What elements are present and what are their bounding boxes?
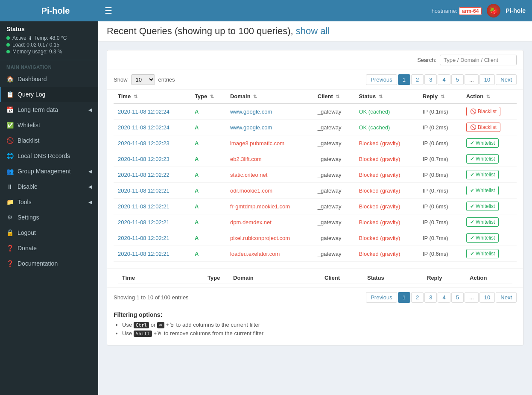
whitelist-btn-8[interactable]: ✔ Whitelist <box>466 233 499 243</box>
cell-reply-2: IP (0.6ms) <box>418 135 462 151</box>
page-10-btn-bottom[interactable]: 10 <box>479 292 495 303</box>
cell-domain-2[interactable]: image8.pubmatic.com <box>226 135 313 151</box>
bottom-headers-table: Time Type Domain Client Status Reply Act… <box>118 272 512 284</box>
whitelist-btn-9[interactable]: ✔ Whitelist <box>466 249 499 258</box>
action-sort-icon: ⇅ <box>486 94 490 99</box>
whitelist-btn-7[interactable]: ✔ Whitelist <box>466 217 499 227</box>
whitelist-btn-4[interactable]: ✔ Whitelist <box>466 170 499 179</box>
cell-action-0[interactable]: 🚫 Blacklist <box>462 103 517 120</box>
blacklist-btn-1[interactable]: 🚫 Blacklist <box>466 123 500 132</box>
cell-status-3: Blocked (gravity) <box>354 151 418 167</box>
cell-action-8[interactable]: ✔ Whitelist <box>462 230 517 246</box>
col-time[interactable]: Time ⇅ <box>114 90 190 103</box>
bottom-col-status: Status <box>363 272 423 284</box>
page-10-btn-top[interactable]: 10 <box>479 74 495 85</box>
page-3-btn-top[interactable]: 3 <box>424 74 437 85</box>
cell-action-6[interactable]: ✔ Whitelist <box>462 199 517 214</box>
table-head: Time ⇅ Type ⇅ Domain ⇅ Client ⇅ Status ⇅… <box>114 90 517 103</box>
whitelist-btn-2[interactable]: ✔ Whitelist <box>466 138 499 148</box>
cell-action-4[interactable]: ✔ Whitelist <box>462 167 517 183</box>
next-btn-top[interactable]: Next <box>496 74 517 85</box>
col-domain[interactable]: Domain ⇅ <box>226 90 313 103</box>
entries-label: entries <box>158 76 175 83</box>
search-input[interactable] <box>440 55 517 65</box>
col-reply[interactable]: Reply ⇅ <box>418 90 462 103</box>
cell-domain-9[interactable]: loadeu.exelator.com <box>226 246 313 262</box>
cell-time-8: 2020-11-08 12:02:21 <box>114 230 190 246</box>
col-status[interactable]: Status ⇅ <box>354 90 418 103</box>
bottom-col-action: Action <box>465 272 512 284</box>
cell-domain-1[interactable]: www.google.com <box>226 120 313 135</box>
showing-text: Showing 1 to 10 of 100 entries <box>114 294 189 301</box>
next-btn-bottom[interactable]: Next <box>496 292 517 303</box>
blacklist-btn-0[interactable]: 🚫 Blacklist <box>466 107 500 116</box>
col-client[interactable]: Client ⇅ <box>313 90 355 103</box>
sidebar-item-localdns[interactable]: 🌐 Local DNS Records <box>0 148 98 164</box>
status-load-line: Load: 0.02 0.17 0.15 <box>6 42 92 48</box>
cell-domain-7[interactable]: dpm.demdex.net <box>226 214 313 230</box>
table-container: Time ⇅ Type ⇅ Domain ⇅ Client ⇅ Status ⇅… <box>107 90 523 268</box>
sidebar-item-documentation[interactable]: ❓ Documentation <box>0 256 98 271</box>
cell-action-2[interactable]: ✔ Whitelist <box>462 135 517 151</box>
sidebar-item-querylog[interactable]: 📋 Query Log <box>0 87 98 102</box>
sidebar-item-whitelist-label: Whitelist <box>18 122 40 129</box>
cell-action-7[interactable]: ✔ Whitelist <box>462 214 517 230</box>
sidebar-item-blacklist[interactable]: 🚫 Blacklist <box>0 133 98 148</box>
whitelist-btn-3[interactable]: ✔ Whitelist <box>466 154 499 164</box>
status-active-line: Active 🌡 Temp: 48.0 °C <box>6 35 92 41</box>
click-icon-2: 🖱 <box>157 330 162 336</box>
whitelist-btn-5[interactable]: ✔ Whitelist <box>466 186 499 195</box>
sidebar-item-logout[interactable]: 🔓 Logout <box>0 225 98 240</box>
sidebar-item-disable[interactable]: ⏸ Disable ◀ <box>0 179 98 194</box>
bottom-col-domain: Domain <box>229 272 320 284</box>
sidebar-item-donate-label: Donate <box>18 245 37 252</box>
page-4-btn-top[interactable]: 4 <box>438 74 450 85</box>
prev-btn-bottom[interactable]: Previous <box>366 292 397 303</box>
cell-domain-8[interactable]: pixel.rubiconproject.com <box>226 230 313 246</box>
col-type[interactable]: Type ⇅ <box>190 90 226 103</box>
cell-domain-6[interactable]: fr-gmtdmp.mookie1.com <box>226 199 313 214</box>
sidebar-item-tools[interactable]: 📁 Tools ◀ <box>0 194 98 210</box>
sidebar-item-longterm[interactable]: 📅 Long-term data ◀ <box>0 102 98 117</box>
cell-client-8: _gateway <box>313 230 355 246</box>
cell-status-5: Blocked (gravity) <box>354 183 418 199</box>
cell-domain-5[interactable]: odr.mookie1.com <box>226 183 313 199</box>
cell-action-5[interactable]: ✔ Whitelist <box>462 183 517 199</box>
cell-action-1[interactable]: 🚫 Blacklist <box>462 120 517 135</box>
col-action[interactable]: Action ⇅ <box>462 90 517 103</box>
brand-label: Pi-hole <box>6 6 105 16</box>
sidebar-item-groupmgmt[interactable]: 👥 Group Management ◀ <box>0 164 98 179</box>
sidebar-item-settings[interactable]: ⚙ Settings <box>0 210 98 225</box>
page-4-btn-bottom[interactable]: 4 <box>438 292 450 303</box>
cell-domain-0[interactable]: www.google.com <box>226 103 313 120</box>
page-2-btn-bottom[interactable]: 2 <box>411 292 424 303</box>
type-sort-icon: ⇅ <box>210 94 214 99</box>
whitelist-btn-6[interactable]: ✔ Whitelist <box>466 202 499 211</box>
cell-action-9[interactable]: ✔ Whitelist <box>462 246 517 262</box>
cell-client-3: _gateway <box>313 151 355 167</box>
page-5-btn-top[interactable]: 5 <box>451 74 464 85</box>
sidebar: Status Active 🌡 Temp: 48.0 °C Load: 0.02… <box>0 21 98 395</box>
sidebar-item-donate[interactable]: ❓ Donate <box>0 240 98 256</box>
cell-domain-4[interactable]: static.criteo.net <box>226 167 313 183</box>
groupmgmt-arrow: ◀ <box>88 169 92 174</box>
prev-btn-top[interactable]: Previous <box>366 74 397 85</box>
cell-action-3[interactable]: ✔ Whitelist <box>462 151 517 167</box>
page-3-btn-bottom[interactable]: 3 <box>424 292 437 303</box>
page-title-text: Recent Queries (showing up to 100 querie… <box>107 26 293 36</box>
filter-options: Filtering options: Use Ctrl or ⌘ +🖱 to a… <box>107 307 523 345</box>
entries-select[interactable]: 10 25 50 100 <box>131 74 155 85</box>
active-dot <box>6 36 10 40</box>
page-1-btn-bottom[interactable]: 1 <box>398 292 410 303</box>
cell-client-1: _gateway <box>313 120 355 135</box>
cell-domain-3[interactable]: eb2.3lift.com <box>226 151 313 167</box>
sidebar-toggle[interactable]: ☰ <box>105 6 112 16</box>
cell-type-8: A <box>190 230 226 246</box>
page-2-btn-top[interactable]: 2 <box>411 74 424 85</box>
page-1-btn-top[interactable]: 1 <box>398 74 410 85</box>
show-all-link[interactable]: show all <box>296 26 330 36</box>
sidebar-item-whitelist[interactable]: ✅ Whitelist <box>0 117 98 133</box>
navbar-pihole-label: Pi-hole <box>506 7 526 14</box>
sidebar-item-dashboard[interactable]: 🏠 Dashboard <box>0 71 98 87</box>
page-5-btn-bottom[interactable]: 5 <box>451 292 464 303</box>
